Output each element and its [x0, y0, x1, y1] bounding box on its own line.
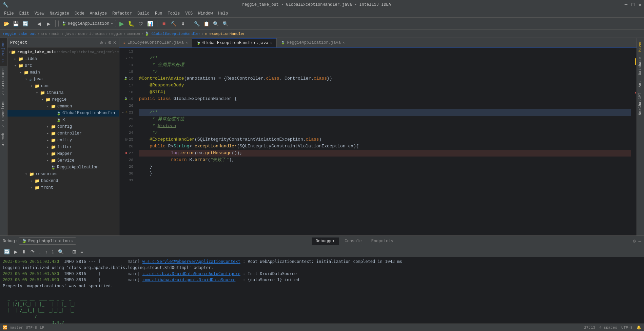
sdk-button[interactable]: 🔧: [193, 20, 201, 28]
debug-session-close[interactable]: ✕: [71, 239, 73, 243]
menu-tools[interactable]: Tools: [165, 11, 183, 17]
panel-minimize-btn[interactable]: ─: [638, 239, 641, 244]
tab-endpoints[interactable]: Endpoints: [367, 237, 397, 245]
tree-item-resources[interactable]: ▾ 📁 resources: [7, 171, 119, 178]
menu-edit[interactable]: Edit: [17, 11, 32, 17]
step-button[interactable]: ⬇: [179, 20, 187, 28]
tree-item-idea[interactable]: ▸ 📁 .idea: [7, 56, 119, 62]
tree-item-filter[interactable]: ▸ 📁 filter: [7, 144, 119, 150]
menu-vcs[interactable]: VCS: [183, 11, 196, 17]
structure-button[interactable]: 📋: [202, 20, 211, 28]
bc-root[interactable]: reggie_take_out: [3, 32, 36, 36]
build-button[interactable]: 🔨: [170, 20, 178, 28]
code-content[interactable]: /** * 全局异常处理 */ @ControllerAdvice(annota…: [136, 48, 634, 235]
panel-settings-btn[interactable]: ⚙: [632, 239, 636, 244]
sidebar-tab-nexchatgpt[interactable]: NexChatGPT: [637, 90, 644, 118]
pause-button[interactable]: ⏸: [20, 248, 28, 255]
menu-build[interactable]: Build: [135, 11, 152, 17]
debug-button[interactable]: 🐛: [127, 20, 135, 28]
panel-close-button[interactable]: ✕: [113, 40, 116, 45]
tab-close-ec[interactable]: ✕: [186, 41, 188, 45]
breakpoint-icon-27[interactable]: ●: [125, 150, 128, 157]
run-configuration[interactable]: 🍃 ReggieApplication ▾: [58, 20, 116, 27]
run-button[interactable]: ▶: [118, 20, 126, 28]
sidebar-tab-maven[interactable]: Maven: [637, 38, 644, 55]
run-to-cursor-button[interactable]: ⤵: [50, 248, 55, 255]
step-over-button[interactable]: ↷: [29, 248, 36, 255]
git-branch[interactable]: 🔀 master: [3, 325, 23, 330]
menu-refactor[interactable]: Refactor: [110, 11, 135, 17]
tab-employee-controller[interactable]: ☕ EmployeeController.java ✕: [119, 38, 192, 47]
panel-scroll-button[interactable]: ↕: [104, 40, 106, 45]
menu-window[interactable]: Window: [195, 11, 215, 17]
frames-button[interactable]: ⊞: [71, 248, 78, 255]
find-button[interactable]: 🔍: [212, 20, 220, 28]
tree-item-root[interactable]: ▾ 📁 reggie_take_out D:\develop\itheima_p…: [7, 49, 119, 56]
search-everywhere[interactable]: 🔍: [221, 20, 230, 28]
tree-item-front[interactable]: ▸ 📁 front: [7, 184, 119, 191]
bc-src[interactable]: src: [41, 32, 47, 36]
notifications-icon[interactable]: 🔔: [637, 325, 641, 330]
coverage-button[interactable]: 🛡: [137, 20, 145, 28]
panel-add-button[interactable]: ⊕: [100, 40, 103, 45]
bc-main[interactable]: main: [52, 32, 60, 36]
tree-item-com[interactable]: ▾ 📁 com: [7, 83, 119, 89]
sidebar-tab-ant[interactable]: Ant: [637, 78, 644, 90]
tab-console[interactable]: Console: [340, 237, 366, 245]
sidebar-tab-database[interactable]: Database: [637, 55, 644, 78]
bc-com[interactable]: com: [78, 32, 85, 36]
sidebar-tab-web[interactable]: 3: Web: [0, 130, 7, 149]
restart-button[interactable]: 🔄: [3, 248, 11, 255]
save-button[interactable]: 💾: [12, 20, 20, 28]
tree-item-service[interactable]: ▸ 📁 Service: [7, 157, 119, 164]
tree-item-main[interactable]: ▾ 📁 main: [7, 69, 119, 76]
tree-item-config[interactable]: ▸ 📁 config: [7, 123, 119, 130]
tree-item-mapper[interactable]: ▸ 📁 Mapper: [7, 150, 119, 157]
minimize-button[interactable]: ─: [625, 2, 627, 8]
evaluate-button[interactable]: 🔍: [57, 248, 65, 255]
maximize-button[interactable]: □: [631, 2, 634, 8]
editor-scrollbar[interactable]: [634, 48, 637, 235]
tree-item-r[interactable]: 🍃 R: [7, 117, 119, 123]
tree-item-globalexceptionhandler[interactable]: 🍃 GlobalExceptionHandler: [7, 110, 119, 117]
bc-common[interactable]: common: [127, 32, 140, 36]
close-button[interactable]: ✕: [639, 2, 641, 8]
step-out-button[interactable]: ↑: [44, 248, 49, 255]
menu-view[interactable]: View: [32, 11, 47, 17]
tree-item-java[interactable]: ▾ ☕ java: [7, 76, 119, 83]
tab-debugger[interactable]: Debugger: [312, 237, 339, 245]
sidebar-tab-favorites[interactable]: 2: Favorites: [0, 98, 7, 130]
tab-global-exception-handler[interactable]: 🍃 GlobalExceptionHandler.java ✕: [192, 38, 277, 47]
tab-close-ra[interactable]: ✕: [343, 41, 345, 45]
profile-button[interactable]: 📊: [146, 20, 154, 28]
fold-icon-13[interactable]: ▸: [125, 55, 127, 62]
bc-handler[interactable]: 🍃 GlobalExceptionHandler: [144, 32, 201, 36]
stop-button[interactable]: ■: [160, 20, 168, 28]
bc-reggie[interactable]: reggie: [109, 32, 122, 36]
tree-item-entity[interactable]: ▸ 📁 entity: [7, 137, 119, 144]
tree-item-reggieapp[interactable]: 🍃 ReggieApplication: [7, 164, 119, 171]
step-into-button[interactable]: ↓: [37, 248, 42, 255]
open-button[interactable]: 📂: [2, 20, 10, 28]
menu-code[interactable]: Code: [72, 11, 87, 17]
fold-icon-21[interactable]: ▸: [122, 109, 124, 116]
sync-button[interactable]: 🔄: [21, 20, 29, 28]
variables-button[interactable]: ≡: [79, 248, 84, 255]
menu-navigate[interactable]: Navigate: [47, 11, 72, 17]
debug-session-tab[interactable]: 🍃 ReggieApplication ✕: [19, 237, 76, 245]
back-button[interactable]: ◀: [35, 20, 43, 28]
menu-help[interactable]: Help: [215, 11, 231, 17]
sidebar-tab-structure[interactable]: Z: Structure: [0, 66, 7, 98]
tree-item-itheima[interactable]: ▾ 📁 itheima: [7, 89, 119, 96]
tree-item-backend[interactable]: ▸ 📁 backend: [7, 178, 119, 184]
tree-item-controller[interactable]: ▸ 📁 controller: [7, 130, 119, 137]
tab-reggie-application[interactable]: 🍃 ReggieApplication.java ✕: [277, 38, 349, 47]
resume-button[interactable]: ▶: [13, 248, 19, 255]
menu-run[interactable]: Run: [152, 11, 165, 17]
menu-file[interactable]: File: [1, 11, 17, 17]
bc-java[interactable]: java: [65, 32, 74, 36]
tab-close-geh[interactable]: ✕: [270, 41, 272, 45]
tree-item-reggie[interactable]: ▾ 📁 reggie: [7, 96, 119, 103]
bc-itheima[interactable]: itheima: [89, 32, 105, 36]
forward-button[interactable]: ▶: [44, 20, 53, 28]
